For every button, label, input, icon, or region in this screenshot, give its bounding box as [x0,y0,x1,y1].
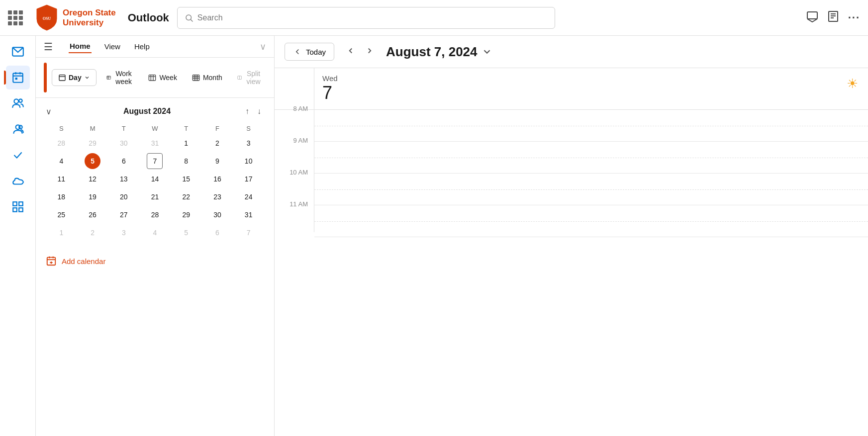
mini-cal-collapse-btn[interactable]: ∨ [46,107,52,116]
cal-day[interactable]: 16 [209,171,225,187]
menu-view[interactable]: View [103,40,121,53]
cal-day[interactable]: 21 [147,189,163,205]
month-icon [192,74,200,82]
day-view-button[interactable]: Day [52,69,96,86]
dow-tue: T [108,123,139,134]
new-event-group: New event [44,63,47,92]
time-slot-9am[interactable] [314,142,868,174]
mini-cal-prev[interactable]: ↑ [242,106,252,117]
cal-day[interactable]: 1 [178,135,194,151]
cal-day[interactable]: 3 [241,135,257,151]
sidebar-item-tasks[interactable] [6,143,30,167]
day-icon [58,74,66,82]
cal-day[interactable]: 27 [116,207,132,223]
left-panel: ☰ Home View Help ∨ New event [36,36,275,436]
cal-day[interactable]: 24 [241,189,257,205]
week-button[interactable]: Week [143,70,182,86]
work-week-button[interactable]: Work week [101,66,139,89]
sidebar-item-cloud[interactable] [6,169,30,193]
cal-day[interactable]: 20 [116,189,132,205]
sidebar-item-mail[interactable] [6,40,30,64]
cal-day[interactable]: 5 [178,225,194,241]
svg-text:OSU: OSU [43,16,51,21]
cal-day[interactable]: 25 [53,207,69,223]
cal-day[interactable]: 1 [53,225,69,241]
sidebar-item-calendar[interactable] [6,66,30,89]
sidebar-item-people[interactable] [6,91,30,115]
cal-day[interactable]: 18 [53,189,69,205]
search-icon [185,13,193,22]
chat-icon[interactable] [806,10,818,25]
date-dropdown-icon[interactable] [482,46,492,57]
menu-home[interactable]: Home [69,40,92,53]
sidebar-item-contacts[interactable] [6,117,30,141]
menu-help[interactable]: Help [133,40,151,53]
more-apps-icon[interactable]: ··· [848,11,860,24]
collapse-panel-btn[interactable]: ∨ [260,41,266,52]
cal-day[interactable]: 29 [178,207,194,223]
dow-fri: F [202,123,233,134]
current-date: August 7, 2024 [386,44,478,60]
cal-day[interactable]: 30 [209,207,225,223]
cal-day[interactable]: 2 [209,135,225,151]
mini-cal-title: August 2024 [123,107,171,116]
cal-day[interactable]: 3 [116,225,132,241]
day-header: Wed 7 ☀ [275,68,868,110]
prev-day-button[interactable] [342,43,359,61]
time-slot-10am[interactable] [314,174,868,205]
svg-rect-9 [13,73,23,82]
sidebar-item-apps[interactable] [6,195,30,219]
day-label: Day [69,74,82,82]
cal-day[interactable]: 7 [241,225,257,241]
week-label: Week [159,74,177,82]
today-button[interactable]: Today [285,43,334,61]
app-grid-icon[interactable] [8,10,23,25]
month-button[interactable]: Month [187,70,227,86]
cal-day[interactable]: 10 [241,153,257,169]
svg-rect-32 [149,75,156,81]
cal-day[interactable]: 4 [147,225,163,241]
cal-day[interactable]: 19 [85,189,100,205]
cal-day[interactable]: 29 [85,135,100,151]
cal-day[interactable]: 15 [178,171,194,187]
new-event-button[interactable]: New event [45,64,47,91]
cal-day[interactable]: 14 [147,171,163,187]
cal-day[interactable]: 2 [85,225,100,241]
cal-day[interactable]: 6 [209,225,225,241]
add-calendar-row[interactable]: Add calendar [36,250,274,272]
calendar-view: Today August 7, 2024 [275,36,868,436]
cal-day[interactable]: 13 [116,171,132,187]
calendar-toolbar: New event Day [36,58,274,98]
cal-day-selected[interactable]: 7 [147,153,163,169]
cal-day[interactable]: 8 [178,153,194,169]
search-bar[interactable] [177,7,555,29]
cal-day[interactable]: 26 [85,207,100,223]
cal-day[interactable]: 17 [241,171,257,187]
cal-day[interactable]: 11 [53,171,69,187]
cal-day[interactable]: 4 [53,153,69,169]
cal-day[interactable]: 31 [147,135,163,151]
time-slot-8am[interactable] [314,110,868,142]
week-icon [148,74,156,82]
split-view-button[interactable]: Split view [232,66,267,89]
cal-day[interactable]: 30 [116,135,132,151]
cal-day[interactable]: 9 [209,153,225,169]
time-row-10am: 10 AM [275,174,868,205]
cal-day[interactable]: 12 [85,171,100,187]
hamburger-menu[interactable]: ☰ [44,41,53,53]
search-input[interactable] [197,13,548,22]
time-slot-11am[interactable] [314,205,868,237]
cal-day[interactable]: 6 [116,153,132,169]
cal-day[interactable]: 28 [147,207,163,223]
svg-point-1 [186,15,192,20]
dow-thu: T [171,123,202,134]
mini-cal-next[interactable]: ↓ [254,106,264,117]
cal-day[interactable]: 23 [209,189,225,205]
notes-icon[interactable] [827,10,839,25]
next-day-button[interactable] [361,43,378,61]
cal-day[interactable]: 31 [241,207,257,223]
cal-day-today[interactable]: 5 [85,153,100,169]
cal-day[interactable]: 28 [53,135,69,151]
calendar-nav [342,43,378,61]
cal-day[interactable]: 22 [178,189,194,205]
